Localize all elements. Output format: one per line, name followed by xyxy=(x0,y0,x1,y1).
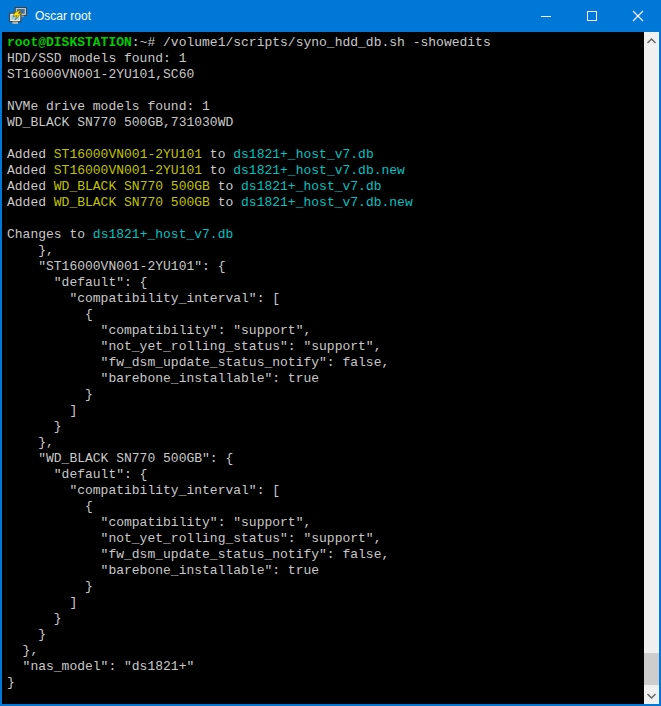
titlebar[interactable]: Oscar root xyxy=(0,0,661,32)
terminal-line: "compatibility": "support", xyxy=(7,515,644,531)
terminal-line xyxy=(7,211,644,227)
terminal-text-segment: "nas_model": "ds1821+" xyxy=(7,659,194,674)
terminal-text-segment: } xyxy=(7,611,62,626)
putty-window: Oscar root root@DISKSTATION:~# /volume1/… xyxy=(0,0,661,706)
terminal-line xyxy=(7,131,644,147)
terminal-text-segment: ds1821+_host_v7.db xyxy=(233,147,373,162)
terminal-line: "compatibility": "support", xyxy=(7,323,644,339)
terminal-text-segment: to xyxy=(210,179,241,194)
terminal-line: { xyxy=(7,307,644,323)
terminal-text-segment: "ST16000VN001-2YU101": { xyxy=(7,259,225,274)
terminal-text-segment: ST16000VN001-2YU101 xyxy=(54,147,202,162)
maximize-button[interactable] xyxy=(569,0,615,32)
terminal-line: "not_yet_rolling_status": "support", xyxy=(7,531,644,547)
terminal-line: }, xyxy=(7,643,644,659)
terminal-line: WD_BLACK SN770 500GB,731030WD xyxy=(7,115,644,131)
terminal-text-segment: "fw_dsm_update_status_notify": false, xyxy=(7,547,389,562)
terminal-line: "not_yet_rolling_status": "support", xyxy=(7,339,644,355)
terminal-text-segment: "compatibility_interval": [ xyxy=(7,483,280,498)
minimize-button[interactable] xyxy=(523,0,569,32)
terminal-text-segment: HDD/SSD models found: 1 xyxy=(7,51,186,66)
terminal-line: "fw_dsm_update_status_notify": false, xyxy=(7,355,644,371)
scroll-down-button[interactable] xyxy=(644,687,659,704)
terminal-text-segment: { xyxy=(7,307,93,322)
terminal-text-segment: }, xyxy=(7,643,38,658)
terminal-text-segment: ST16000VN001-2YU101,SC60 xyxy=(7,67,194,82)
terminal-text-segment: "default": { xyxy=(7,467,147,482)
terminal-line: Added ST16000VN001-2YU101 to ds1821+_hos… xyxy=(7,147,644,163)
terminal-text-segment: "default": { xyxy=(7,275,147,290)
terminal-text-segment: } xyxy=(7,579,93,594)
terminal-text-segment: "not_yet_rolling_status": "support", xyxy=(7,339,381,354)
terminal-text-segment: "not_yet_rolling_status": "support", xyxy=(7,531,381,546)
terminal-text-segment: } xyxy=(7,627,46,642)
terminal-line: NVMe drive models found: 1 xyxy=(7,99,644,115)
chevron-down-icon xyxy=(647,693,656,699)
terminal-line: "WD_BLACK SN770 500GB": { xyxy=(7,451,644,467)
terminal-line: "default": { xyxy=(7,275,644,291)
terminal-line: "ST16000VN001-2YU101": { xyxy=(7,259,644,275)
terminal-line: HDD/SSD models found: 1 xyxy=(7,51,644,67)
terminal-line: } xyxy=(7,387,644,403)
terminal-text-segment: Added xyxy=(7,147,54,162)
terminal-text-segment: :~# /volume1/scripts/syno_hdd_db.sh -sho… xyxy=(132,35,491,50)
terminal-text-segment: ds1821+_host_v7.db.new xyxy=(241,195,413,210)
terminal-text-segment: } xyxy=(7,419,62,434)
terminal-text-segment: }, xyxy=(7,243,54,258)
terminal-text-segment: ds1821+_host_v7.db xyxy=(241,179,381,194)
terminal-line: Added WD_BLACK SN770 500GB to ds1821+_ho… xyxy=(7,179,644,195)
terminal-line: Added WD_BLACK SN770 500GB to ds1821+_ho… xyxy=(7,195,644,211)
terminal-text-segment: ] xyxy=(7,595,77,610)
terminal-line: "barebone_installable": true xyxy=(7,563,644,579)
scrollbar[interactable] xyxy=(644,32,659,704)
close-icon xyxy=(632,10,644,22)
terminal-line: } xyxy=(7,611,644,627)
close-button[interactable] xyxy=(615,0,661,32)
scrollbar-thumb[interactable] xyxy=(644,653,659,685)
window-title: Oscar root xyxy=(35,9,91,23)
terminal-text-segment: to xyxy=(210,195,241,210)
terminal-text-segment: ] xyxy=(7,403,77,418)
terminal-line: } xyxy=(7,579,644,595)
terminal-line: "barebone_installable": true xyxy=(7,371,644,387)
terminal-text-segment: Added xyxy=(7,163,54,178)
maximize-icon xyxy=(587,11,597,21)
terminal-text-segment: "barebone_installable": true xyxy=(7,563,319,578)
terminal-text-segment: "compatibility_interval": [ xyxy=(7,291,280,306)
window-controls xyxy=(523,0,661,32)
terminal-line: "compatibility_interval": [ xyxy=(7,483,644,499)
terminal-text-segment: to xyxy=(202,163,233,178)
terminal-text-segment: to xyxy=(202,147,233,162)
terminal-line: "default": { xyxy=(7,467,644,483)
terminal-line: ST16000VN001-2YU101,SC60 xyxy=(7,67,644,83)
terminal-line: }, xyxy=(7,435,644,451)
terminal-text-segment: root@DISKSTATION xyxy=(7,35,132,50)
terminal-line: Changes to ds1821+_host_v7.db xyxy=(7,227,644,243)
terminal-text-segment: WD_BLACK SN770 500GB,731030WD xyxy=(7,115,233,130)
terminal-line: { xyxy=(7,499,644,515)
terminal-line: "compatibility_interval": [ xyxy=(7,291,644,307)
terminal-line: ] xyxy=(7,595,644,611)
terminal-text-segment: "WD_BLACK SN770 500GB": { xyxy=(7,451,233,466)
terminal-text-segment: WD_BLACK SN770 500GB xyxy=(54,179,210,194)
terminal-line: } xyxy=(7,627,644,643)
terminal-line: "nas_model": "ds1821+" xyxy=(7,659,644,675)
terminal-line: ] xyxy=(7,403,644,419)
terminal-text-segment: { xyxy=(7,499,93,514)
terminal-text-segment: ds1821+_host_v7.db.new xyxy=(233,163,405,178)
terminal-text-segment: ds1821+_host_v7.db xyxy=(93,227,233,242)
terminal-text-segment: "barebone_installable": true xyxy=(7,371,319,386)
terminal-text-segment: NVMe drive models found: 1 xyxy=(7,99,210,114)
scroll-up-button[interactable] xyxy=(644,32,659,49)
chevron-up-icon xyxy=(647,38,656,44)
terminal-output[interactable]: root@DISKSTATION:~# /volume1/scripts/syn… xyxy=(2,32,644,704)
terminal-line: root@DISKSTATION:~# /volume1/scripts/syn… xyxy=(7,35,644,51)
terminal-text-segment: Changes to xyxy=(7,227,93,242)
putty-terminal-icon[interactable] xyxy=(9,7,27,25)
terminal-text-segment: Added xyxy=(7,179,54,194)
terminal-text-segment: }, xyxy=(7,435,54,450)
terminal-text-segment: "compatibility": "support", xyxy=(7,515,311,530)
terminal-line xyxy=(7,83,644,99)
terminal-text-segment: Added xyxy=(7,195,54,210)
terminal-text-segment: "compatibility": "support", xyxy=(7,323,311,338)
